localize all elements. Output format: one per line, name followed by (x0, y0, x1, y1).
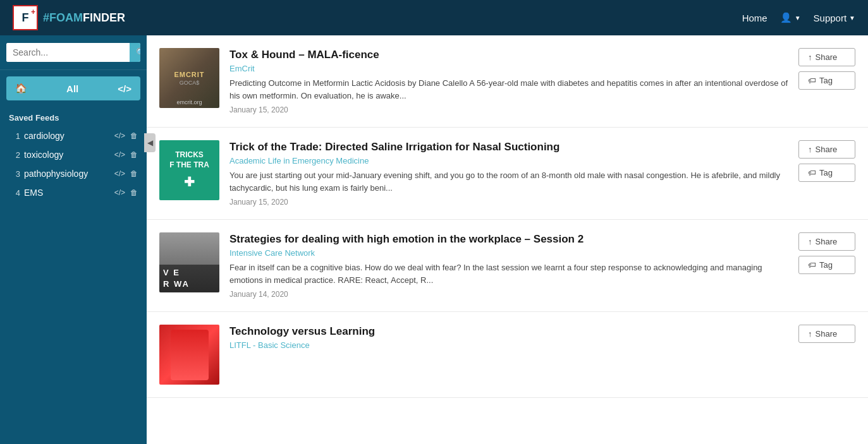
article-source-3: Intensive Care Network (229, 248, 788, 258)
article-thumbnail-3: V E R WA (159, 232, 219, 292)
tag-label-2: Tag (819, 168, 833, 177)
tag-button-3[interactable]: 🏷 Tag (798, 256, 855, 274)
nav-home-link[interactable]: Home (742, 13, 767, 23)
thumb-icon-2: ✚ (169, 174, 209, 190)
home-icon: 🏠 (15, 83, 27, 94)
article-thumbnail-4 (159, 325, 219, 385)
feed-name-2: toxicology (24, 150, 111, 160)
thumb-overlay-line2-3: R WA (163, 279, 216, 290)
article-title-4[interactable]: Technology versus Learning (229, 325, 788, 339)
thumb-sub-1: GOCA$ (180, 80, 200, 86)
share-label-4: Share (816, 329, 838, 339)
tag-button-2[interactable]: 🏷 Tag (798, 164, 855, 182)
thumb-shape-4 (171, 330, 209, 380)
nav-links: Home 👤 ▼ Support ▼ (742, 12, 855, 23)
thumb-text-1: EMCRIT (174, 71, 204, 78)
logo-plus: + (31, 8, 35, 16)
support-dropdown-arrow: ▼ (849, 15, 855, 21)
feed-item-1[interactable]: 1 cardiology </> 🗑 (0, 126, 147, 145)
logo-letter: F (22, 11, 29, 25)
tag-label-1: Tag (819, 76, 833, 85)
article-excerpt-2: You are just starting out your mid-Janua… (229, 169, 788, 194)
share-button-3[interactable]: ↑ Share (798, 232, 855, 251)
article-card-3: V E R WA Strategies for dealing with hig… (147, 220, 868, 312)
article-card-4: Technology versus Learning LITFL - Basic… (147, 312, 868, 398)
article-info-1: Tox & Hound – MALA-ficence EmCrit Predic… (229, 48, 788, 114)
article-info-4: Technology versus Learning LITFL - Basic… (229, 325, 788, 354)
feed-num-4: 4 (9, 188, 20, 198)
all-feeds-button[interactable]: 🏠 All </> (6, 76, 140, 100)
feed-item-3[interactable]: 3 pathophysiology </> 🗑 (0, 164, 147, 183)
share-icon-1: ↑ (808, 52, 812, 62)
feed-icons-4: </> 🗑 (114, 188, 138, 197)
nav-user-dropdown[interactable]: 👤 ▼ (780, 12, 801, 23)
logo-text: #FOAMFINDER (43, 11, 125, 25)
sidebar-collapse-button[interactable]: ◀ (144, 133, 156, 152)
search-wrapper: 🔍 (6, 43, 140, 62)
feed-embed-icon-3[interactable]: </> (114, 169, 125, 178)
share-button-4[interactable]: ↑ Share (798, 325, 855, 343)
share-button-1[interactable]: ↑ Share (798, 48, 855, 66)
feed-icons-3: </> 🗑 (114, 169, 138, 178)
article-info-3: Strategies for dealing with high emotion… (229, 232, 788, 299)
article-actions-3: ↑ Share 🏷 Tag (798, 232, 855, 274)
article-actions-2: ↑ Share 🏷 Tag (798, 140, 855, 182)
feed-embed-icon-4[interactable]: </> (114, 188, 125, 197)
feed-delete-icon-1[interactable]: 🗑 (130, 131, 138, 140)
saved-feeds-label: Saved Feeds (0, 107, 147, 126)
logo-box: F + (13, 5, 38, 30)
article-thumbnail-1: EMCRIT GOCA$ emcrit.org (159, 48, 219, 108)
feed-icons-2: </> 🗑 (114, 150, 138, 159)
feed-item-4[interactable]: 4 EMS </> 🗑 (0, 183, 147, 202)
article-info-2: Trick of the Trade: Directed Saline Irri… (229, 140, 788, 207)
feed-embed-icon-2[interactable]: </> (114, 150, 125, 159)
nav-support-dropdown[interactable]: Support ▼ (814, 13, 855, 23)
feed-num-1: 1 (9, 131, 20, 141)
feed-icons-1: </> 🗑 (114, 131, 138, 140)
article-source-2: Academic Life in Emergency Medicine (229, 156, 788, 165)
share-icon-3: ↑ (808, 237, 812, 246)
article-thumbnail-2: TRICKS F THE TRA ✚ (159, 140, 219, 200)
content-area: EMCRIT GOCA$ emcrit.org Tox & Hound – MA… (147, 35, 868, 444)
feed-item-2[interactable]: 2 toxicology </> 🗑 (0, 145, 147, 164)
share-label-1: Share (816, 52, 838, 62)
article-date-1: January 15, 2020 (229, 105, 788, 114)
article-title-1[interactable]: Tox & Hound – MALA-ficence (229, 48, 788, 62)
article-title-2[interactable]: Trick of the Trade: Directed Saline Irri… (229, 140, 788, 154)
all-label: All (66, 83, 78, 94)
tag-icon-3: 🏷 (808, 260, 816, 270)
article-actions-4: ↑ Share (798, 325, 855, 343)
search-button[interactable]: 🔍 (130, 43, 140, 62)
logo[interactable]: F + #FOAMFINDER (13, 5, 125, 30)
tag-button-1[interactable]: 🏷 Tag (798, 71, 855, 90)
tag-icon-1: 🏷 (808, 76, 816, 85)
feed-num-2: 2 (9, 150, 20, 160)
feed-delete-icon-3[interactable]: 🗑 (130, 169, 138, 178)
top-navigation: F + #FOAMFINDER Home 👤 ▼ Support ▼ (0, 0, 868, 35)
feed-delete-icon-4[interactable]: 🗑 (130, 188, 138, 197)
search-input[interactable] (6, 43, 130, 62)
feed-delete-icon-2[interactable]: 🗑 (130, 150, 138, 159)
feed-name-1: cardiology (24, 131, 111, 141)
sidebar-search-area: 🔍 (0, 35, 147, 70)
article-source-4: LITFL - Basic Science (229, 340, 788, 350)
feed-embed-icon-1[interactable]: </> (114, 131, 125, 140)
logo-hash: # (43, 11, 49, 24)
share-button-2[interactable]: ↑ Share (798, 140, 855, 159)
thumb-text-2: TRICKS F THE TRA ✚ (167, 148, 212, 193)
tag-label-3: Tag (819, 260, 833, 270)
all-btn-icons: </> (118, 83, 131, 94)
feed-name-3: pathophysiology (24, 169, 111, 179)
thumb-line2-2: F THE TRA (169, 160, 209, 171)
feed-name-4: EMS (24, 188, 111, 198)
share-label-3: Share (816, 237, 838, 246)
share-icon-4: ↑ (808, 329, 812, 339)
article-date-2: January 15, 2020 (229, 198, 788, 207)
thumb-line1-2: TRICKS (169, 150, 209, 160)
thumb-overlay-3: V E R WA (159, 265, 219, 292)
article-excerpt-1: Predicting Outcome in Metformin Lactic A… (229, 77, 788, 102)
user-icon: 👤 (780, 12, 792, 23)
feed-num-3: 3 (9, 169, 20, 179)
article-card-2: TRICKS F THE TRA ✚ Trick of the Trade: D… (147, 128, 868, 220)
article-title-3[interactable]: Strategies for dealing with high emotion… (229, 232, 788, 246)
